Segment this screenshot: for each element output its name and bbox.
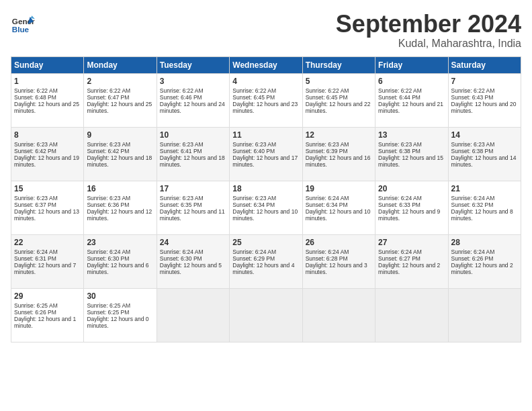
day-number: 17 — [160, 184, 226, 193]
daylight-text: Daylight: 12 hours and 20 minutes. — [451, 101, 517, 114]
daylight-text: Daylight: 12 hours and 16 minutes. — [306, 154, 371, 168]
sunrise-text: Sunrise: 6:23 AM — [87, 141, 130, 148]
calendar-cell — [448, 288, 521, 342]
daylight-text: Daylight: 12 hours and 25 minutes. — [87, 101, 152, 114]
calendar-cell: 25Sunrise: 6:24 AMSunset: 6:29 PMDayligh… — [230, 234, 302, 288]
sunrise-text: Sunrise: 6:22 AM — [451, 87, 495, 94]
sunrise-text: Sunrise: 6:23 AM — [378, 141, 422, 148]
calendar-cell: 28Sunrise: 6:24 AMSunset: 6:26 PMDayligh… — [448, 234, 521, 288]
daylight-text: Daylight: 12 hours and 23 minutes. — [232, 101, 298, 114]
sunset-text: Sunset: 6:27 PM — [378, 255, 420, 262]
sunset-text: Sunset: 6:45 PM — [306, 94, 348, 101]
sunset-text: Sunset: 6:42 PM — [14, 148, 56, 154]
day-number: 19 — [306, 184, 372, 193]
day-number: 5 — [306, 77, 372, 86]
calendar-cell: 20Sunrise: 6:24 AMSunset: 6:33 PMDayligh… — [375, 181, 448, 234]
day-number: 4 — [232, 77, 299, 86]
day-number: 24 — [160, 238, 226, 247]
sunset-text: Sunset: 6:48 PM — [14, 94, 56, 101]
day-number: 21 — [451, 184, 518, 193]
calendar-week-row: 22Sunrise: 6:24 AMSunset: 6:31 PMDayligh… — [11, 234, 521, 288]
calendar-cell: 10Sunrise: 6:23 AMSunset: 6:41 PMDayligh… — [157, 127, 229, 181]
sunset-text: Sunset: 6:40 PM — [232, 148, 275, 154]
sunset-text: Sunset: 6:34 PM — [232, 201, 275, 208]
sunset-text: Sunset: 6:47 PM — [87, 94, 129, 101]
day-number: 6 — [378, 77, 445, 86]
sunrise-text: Sunrise: 6:22 AM — [14, 87, 58, 94]
daylight-text: Daylight: 12 hours and 4 minutes. — [232, 262, 294, 275]
sunrise-text: Sunrise: 6:24 AM — [306, 195, 349, 201]
logo-icon: General Blue — [11, 11, 35, 35]
day-number: 3 — [160, 77, 226, 86]
sunrise-text: Sunrise: 6:23 AM — [160, 195, 204, 201]
day-number: 14 — [451, 130, 518, 140]
sunrise-text: Sunrise: 6:25 AM — [14, 302, 58, 309]
col-wednesday: Wednesday — [230, 56, 302, 73]
daylight-text: Daylight: 12 hours and 19 minutes. — [14, 154, 79, 168]
sunset-text: Sunset: 6:32 PM — [451, 201, 494, 208]
day-number: 27 — [378, 238, 445, 247]
col-friday: Friday — [375, 56, 448, 73]
calendar-cell: 8Sunrise: 6:23 AMSunset: 6:42 PMDaylight… — [11, 127, 84, 181]
title-block: September 2024 Kudal, Maharashtra, India — [336, 11, 521, 50]
day-number: 30 — [87, 291, 153, 301]
calendar-body: 1Sunrise: 6:22 AMSunset: 6:48 PMDaylight… — [11, 73, 521, 342]
sunset-text: Sunset: 6:33 PM — [378, 201, 420, 208]
calendar-cell — [375, 288, 448, 342]
calendar-cell — [157, 288, 229, 342]
day-number: 10 — [160, 130, 226, 140]
sunrise-text: Sunrise: 6:23 AM — [232, 141, 276, 148]
sunrise-text: Sunrise: 6:24 AM — [451, 195, 495, 201]
daylight-text: Daylight: 12 hours and 9 minutes. — [378, 208, 440, 222]
month-title: September 2024 — [336, 11, 521, 38]
daylight-text: Daylight: 12 hours and 24 minutes. — [160, 101, 225, 114]
calendar-cell: 24Sunrise: 6:24 AMSunset: 6:30 PMDayligh… — [157, 234, 229, 288]
calendar-cell: 18Sunrise: 6:23 AMSunset: 6:34 PMDayligh… — [230, 181, 302, 234]
sunset-text: Sunset: 6:45 PM — [232, 94, 275, 101]
calendar-week-row: 29Sunrise: 6:25 AMSunset: 6:26 PMDayligh… — [11, 288, 521, 342]
sunset-text: Sunset: 6:36 PM — [87, 201, 129, 208]
sunset-text: Sunset: 6:35 PM — [160, 201, 202, 208]
day-number: 12 — [306, 130, 372, 140]
calendar-cell: 11Sunrise: 6:23 AMSunset: 6:40 PMDayligh… — [230, 127, 302, 181]
daylight-text: Daylight: 12 hours and 5 minutes. — [160, 262, 222, 275]
daylight-text: Daylight: 12 hours and 6 minutes. — [87, 262, 148, 275]
day-number: 20 — [378, 184, 445, 193]
day-number: 26 — [306, 238, 372, 247]
col-saturday: Saturday — [448, 56, 521, 73]
calendar-cell: 14Sunrise: 6:23 AMSunset: 6:38 PMDayligh… — [448, 127, 521, 181]
col-monday: Monday — [84, 56, 157, 73]
daylight-text: Daylight: 12 hours and 10 minutes. — [232, 208, 298, 222]
calendar-cell: 19Sunrise: 6:24 AMSunset: 6:34 PMDayligh… — [302, 181, 375, 234]
sunrise-text: Sunrise: 6:24 AM — [306, 248, 349, 255]
daylight-text: Daylight: 12 hours and 3 minutes. — [306, 262, 367, 275]
sunrise-text: Sunrise: 6:23 AM — [306, 141, 349, 148]
calendar-cell: 6Sunrise: 6:22 AMSunset: 6:44 PMDaylight… — [375, 73, 448, 127]
daylight-text: Daylight: 12 hours and 22 minutes. — [306, 101, 371, 114]
calendar-cell — [230, 288, 302, 342]
sunset-text: Sunset: 6:26 PM — [451, 255, 494, 262]
day-number: 11 — [232, 130, 299, 140]
calendar-cell: 3Sunrise: 6:22 AMSunset: 6:46 PMDaylight… — [157, 73, 229, 127]
col-sunday: Sunday — [11, 56, 84, 73]
sunset-text: Sunset: 6:42 PM — [87, 148, 129, 154]
calendar-cell: 2Sunrise: 6:22 AMSunset: 6:47 PMDaylight… — [84, 73, 157, 127]
calendar-cell: 23Sunrise: 6:24 AMSunset: 6:30 PMDayligh… — [84, 234, 157, 288]
sunrise-text: Sunrise: 6:23 AM — [451, 141, 495, 148]
sunrise-text: Sunrise: 6:25 AM — [87, 302, 130, 309]
sunrise-text: Sunrise: 6:23 AM — [87, 195, 130, 201]
day-number: 16 — [87, 184, 153, 193]
sunrise-text: Sunrise: 6:24 AM — [451, 248, 495, 255]
day-number: 7 — [451, 77, 518, 86]
calendar-week-row: 15Sunrise: 6:23 AMSunset: 6:37 PMDayligh… — [11, 181, 521, 234]
calendar-cell: 21Sunrise: 6:24 AMSunset: 6:32 PMDayligh… — [448, 181, 521, 234]
sunset-text: Sunset: 6:31 PM — [14, 255, 56, 262]
day-number: 18 — [232, 184, 299, 193]
daylight-text: Daylight: 12 hours and 11 minutes. — [160, 208, 225, 222]
sunrise-text: Sunrise: 6:24 AM — [14, 248, 58, 255]
sunrise-text: Sunrise: 6:23 AM — [14, 195, 58, 201]
daylight-text: Daylight: 12 hours and 18 minutes. — [87, 154, 152, 168]
sunrise-text: Sunrise: 6:23 AM — [14, 141, 58, 148]
calendar-cell: 1Sunrise: 6:22 AMSunset: 6:48 PMDaylight… — [11, 73, 84, 127]
header-row: Sunday Monday Tuesday Wednesday Thursday… — [11, 56, 521, 73]
